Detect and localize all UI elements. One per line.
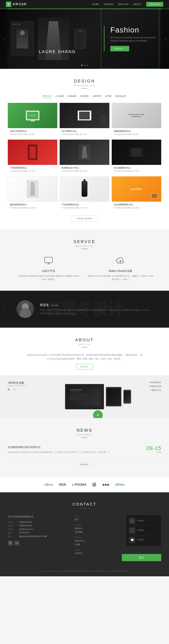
design-card-img-3	[8, 140, 57, 165]
footer-nav-group-3: About 关于我们	[75, 549, 114, 555]
partner-logo-1[interactable]: WEB	[59, 483, 66, 486]
contact-button[interactable]: CONTACT	[146, 2, 163, 6]
news-accent-line	[82, 437, 87, 438]
nav-about[interactable]: ABOUT	[133, 3, 142, 6]
logo-text: 默事克设网	[13, 2, 26, 6]
filter-tab-4[interactable]: 品牌管理	[93, 94, 101, 98]
design-card-0[interactable]: UI DESIGN UI设计类网页作品 PCMik开发 响应式网站 设计开发	[8, 103, 57, 137]
partner-logo-0[interactable]: UErro	[44, 483, 53, 486]
footer-nav-link-2-0[interactable]: UI设计平台	[75, 540, 114, 542]
hero-fashion-title: Fashion	[110, 26, 158, 34]
design-card-1[interactable]: 设计类网页作品 PCMik开发 响应式网站 设计开发	[60, 103, 109, 137]
device-tablet	[106, 387, 121, 406]
filter-tab-1[interactable]: 企业画册	[55, 94, 64, 98]
footer-nav-links-0: 首页	[75, 518, 114, 521]
footer-label-2: Email	[8, 528, 17, 530]
hero-next-button[interactable]: ›	[162, 8, 169, 69]
footer-nav-link-2-1[interactable]: 企业版	[75, 543, 114, 546]
news-title: NEWS	[8, 428, 161, 433]
footer-info-row-4: 地址 湖南省长沙市XXXX路XX号XX楼	[8, 535, 67, 538]
news-content-0: 企业微信创客云设计咨询平台 企业微信创客云是B2B/B2C行业内工作者的超级助手…	[8, 446, 142, 454]
footer-value-4: 湖南省长沙市XXXX路XX号XX楼	[19, 535, 47, 538]
design-card-8[interactable]: yonder 全品类网购网页作品 PCMik开发 响应式网站 设计开发	[112, 176, 161, 211]
news-more-button[interactable]: MORE	[77, 462, 92, 467]
design-card-3[interactable]: 个性暗黑网页作品 PCMik开发 响应式网站 设计开发	[8, 140, 57, 174]
news-desc-0: 企业微信创客云是B2B/B2C行业内工作者的超级助手，人工智能+大数据+5G时代…	[8, 450, 142, 454]
hero-dot-3[interactable]	[86, 64, 88, 66]
hero-person-name: LAURE SHANG	[39, 49, 76, 54]
filter-tab-5[interactable]: 吉祥物	[105, 94, 112, 98]
qr-code-icon-2: 💬	[129, 537, 135, 543]
footer-submit-button[interactable]: 提交	[122, 554, 161, 561]
design-card-title-4: 欧美网站设计作品	[62, 166, 107, 169]
product-devices: ✦	[65, 384, 131, 409]
device-laptop	[65, 384, 104, 409]
filter-tab-6[interactable]: 新媒体运营	[115, 94, 126, 98]
about-more-button[interactable]: MORE	[76, 364, 93, 370]
weibo-icon[interactable]: 微	[8, 540, 13, 546]
hero-dot-1[interactable]	[81, 64, 83, 66]
testimonial-avatar	[16, 300, 34, 318]
tablet-screen	[107, 388, 120, 405]
testimonial-name-cn: 韩雷冬	[40, 303, 49, 307]
testimonial-quote: 世界第一款专注于B2C/B2B/BPCA端一站式营销数字化平台 营销效率最提升3…	[40, 308, 153, 316]
testimonial-name: 韩雷冬 Kaiven	[40, 303, 153, 307]
footer-qr-widget: ⬛ 扫码咨询 📞 扫码咨询 💬 扫码咨询	[126, 515, 161, 546]
footer-nav-group-0: Home 首页	[75, 515, 114, 521]
design-card-7[interactable]: 产品电商网页作品 PCMik开发 响应式网站 设计开发	[60, 176, 109, 211]
testimonial-next-button[interactable]: ›	[165, 306, 166, 312]
design-card-6[interactable]: 服装电商网页设计 PCMik开发 响应式网站 设计开发	[8, 176, 57, 211]
design-card-5[interactable]: 杰出视频网页作品 PCMik开发 响应式网站 设计开发	[112, 140, 161, 174]
filter-tab-2[interactable]: 影视插图	[68, 94, 76, 98]
monitor-svg	[44, 256, 53, 266]
footer-info-row-2: Email xxx@xxxxx.com	[8, 528, 67, 530]
service-section: SERVCE What can I do UI设计平台 云变处数字化互联网+B/…	[0, 230, 169, 291]
news-item-0: 企业微信创客云设计咨询平台 企业微信创客云是B2B/B2C行业内工作者的超级助手…	[8, 442, 161, 458]
hero-more-button[interactable]: MORE ›	[110, 46, 129, 51]
green-circle-button[interactable]: ✦	[93, 410, 103, 418]
footer-nav-link-3-0[interactable]: 关于我们	[75, 552, 114, 555]
design-card-2[interactable]: ARCHITECTURECOMPANY 温馨风格网页作品 PCMik开发 响应式…	[112, 103, 161, 137]
nav: HOME DESIGN SERVICE ABOUT CONTACT	[92, 2, 163, 6]
design-card-4[interactable]: 欧美网站设计作品 PCMik开发 响应式网站 设计开发	[60, 140, 109, 174]
feature-item-1: 多端同步管理	[150, 385, 161, 388]
view-more-button[interactable]: VIEW MORE	[71, 216, 98, 222]
filter-tab-3[interactable]: 营销物料	[80, 94, 89, 98]
hero-dot-2[interactable]	[84, 64, 85, 66]
footer-info-row-3: QQ XXXXXXXX	[8, 532, 67, 534]
nav-home[interactable]: HOME	[92, 3, 99, 6]
design-card-img-1	[60, 103, 109, 128]
footer-nav-link-1-0[interactable]: 网页设计	[75, 527, 114, 530]
partner-logo-4[interactable]: ◈◈◈	[102, 483, 109, 486]
news-subtitle: Latest News	[8, 434, 161, 436]
footer-nav-link-0-0[interactable]: 首页	[75, 518, 114, 521]
filter-tab-0[interactable]: 网页艺术	[43, 94, 51, 98]
service-card-0: UI设计平台 云变处数字化互联网+B/C端产品UI设计服务 数据报告 | 搜索报…	[15, 255, 82, 281]
red-card-figure	[28, 144, 37, 160]
partner-logo-5[interactable]: UElike	[115, 483, 125, 486]
footer-info-row-1: Phone 13984XXXXXX	[8, 524, 67, 527]
about-title: ABOUT	[8, 337, 161, 342]
hero-fashion-desc: BES Fashion Asia festival, fashion and e…	[110, 36, 158, 42]
yellow-card-text: yonder	[131, 188, 142, 190]
hero-prev-button[interactable]: ‹	[0, 8, 7, 69]
nav-design[interactable]: DESIGN	[104, 3, 113, 6]
partner-logo-2[interactable]: ● POOMA	[72, 483, 86, 486]
wechat-icon[interactable]: wx	[14, 540, 19, 546]
nav-service[interactable]: SERVICE	[118, 3, 129, 6]
design-card-img-8: yonder	[112, 176, 161, 202]
service-accent-line	[82, 249, 87, 249]
partner-logo-3[interactable]: 设	[92, 482, 96, 488]
design-card-meta-1: PCMik开发 响应式网站 设计开发	[62, 133, 107, 136]
testimonial-section: 韩雷冬设计 ‹ › 韩雷冬 Kaiven 世界第一款专注于B2C/B2B/BPC…	[0, 291, 169, 328]
news-date-0: 09-15	[146, 446, 161, 451]
footer-nav-label-0: Home	[75, 515, 114, 517]
testimonial-prev-button[interactable]: ‹	[3, 306, 4, 312]
news-title-0[interactable]: 企业微信创客云设计咨询平台	[8, 446, 142, 449]
partner-text-2b: POOMA	[75, 483, 86, 486]
design-card-inner-5	[112, 140, 161, 165]
design-card-inner-3	[8, 140, 57, 165]
design-card-title-0: UI设计类网页作品	[10, 130, 55, 132]
footer-qr-row-1: 📞 扫码咨询	[129, 527, 159, 535]
footer-nav-link-1-1[interactable]: 企业画册	[75, 531, 114, 533]
